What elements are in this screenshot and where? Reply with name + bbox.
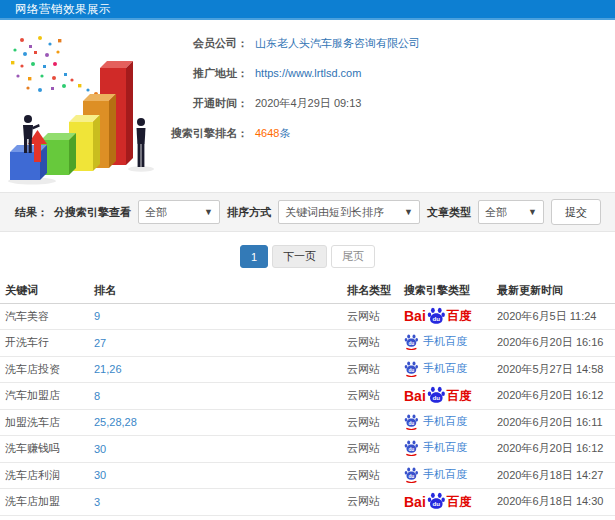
- engine-cell: Bai du 百度: [400, 303, 493, 330]
- engine-cell: du 手机百度: [400, 462, 493, 489]
- promo-url-label: 推广地址：: [168, 66, 248, 81]
- baidu-paw-icon: du: [427, 491, 446, 510]
- mobile-baidu-paw-icon: du: [404, 333, 419, 350]
- rank-type-cell: 云网站: [343, 436, 400, 463]
- updated-cell: 2020年6月18日 14:30: [493, 489, 615, 516]
- keyword-cell: 开洗车行: [0, 330, 90, 357]
- mobile-baidu-logo: du 手机百度: [404, 466, 467, 483]
- rank-cell: 3: [90, 489, 343, 516]
- baidu-logo: Bai du 百度: [404, 306, 472, 327]
- baidu-paw-icon: du: [427, 385, 446, 404]
- mobile-baidu-paw-icon: du: [404, 439, 419, 456]
- rank-type-cell: 云网站: [343, 462, 400, 489]
- mobile-baidu-paw-icon: du: [404, 360, 419, 377]
- confetti-dots: [11, 36, 114, 102]
- updated-cell: 2020年6月20日 16:11: [493, 409, 615, 436]
- rank-link[interactable]: 27: [94, 337, 106, 349]
- updated-cell: 2020年6月5日 11:24: [493, 303, 615, 330]
- last-page-button[interactable]: 尾页: [331, 245, 375, 268]
- table-header-row: 关键词 排名 排名类型 搜索引擎类型 最新更新时间: [0, 279, 615, 303]
- rank-link[interactable]: 25,28,28: [94, 416, 137, 428]
- keyword-cell: 洗车店利润: [0, 462, 90, 489]
- updated-cell: 2020年6月20日 16:16: [493, 330, 615, 357]
- company-label: 会员公司：: [168, 36, 248, 51]
- rank-type-cell: 云网站: [343, 356, 400, 383]
- rank-link[interactable]: 3: [94, 496, 100, 508]
- sort-label: 排序方式: [227, 205, 271, 220]
- keyword-cell: 汽车美容: [0, 303, 90, 330]
- table-row: 洗车店投资21,26云网站 du 手机百度2020年5月27日 14:58: [0, 356, 615, 383]
- info-row-url: 推广地址： https://www.lrtlsd.com: [168, 66, 420, 81]
- filter-bar: 结果： 分搜索引擎查看 全部 ▼ 排序方式 关键词由短到长排序 ▼ 文章类型 全…: [0, 192, 615, 232]
- submit-button[interactable]: 提交: [551, 199, 601, 225]
- mobile-baidu-paw-icon: du: [404, 466, 419, 483]
- rank-total-value: 4648条: [255, 126, 290, 141]
- mobile-baidu-logo: du 手机百度: [404, 439, 467, 456]
- results-label: 结果：: [15, 205, 48, 220]
- engine-filter-select[interactable]: 全部 ▼: [138, 200, 220, 224]
- article-type-value: 全部: [485, 205, 507, 220]
- page-1-button[interactable]: 1: [240, 245, 268, 268]
- info-row-open-time: 开通时间： 2020年4月29日 09:13: [168, 96, 420, 111]
- rank-cell: 30: [90, 436, 343, 463]
- col-rank-type: 排名类型: [343, 279, 400, 303]
- filter-controls: 分搜索引擎查看 全部 ▼ 排序方式 关键词由短到长排序 ▼ 文章类型 全部 ▼ …: [54, 199, 601, 225]
- table-row: 加盟洗车店25,28,28云网站 du 手机百度2020年6月20日 16:11: [0, 409, 615, 436]
- baidu-logo: Bai du 百度: [404, 385, 472, 406]
- info-row-rank-total: 搜索引擎排名： 4648条: [168, 126, 420, 141]
- chevron-down-icon: ▼: [398, 207, 413, 217]
- svg-text:du: du: [408, 447, 414, 452]
- table-row: 汽车美容9云网站 Bai du 百度2020年6月5日 11:24: [0, 303, 615, 330]
- rank-type-cell: 云网站: [343, 489, 400, 516]
- account-info: 会员公司： 山东老人头汽车服务咨询有限公司 推广地址： https://www.…: [168, 36, 420, 156]
- svg-text:du: du: [432, 394, 440, 401]
- rank-total-label: 搜索引擎排名：: [168, 126, 248, 141]
- page: 网络营销效果展示: [0, 0, 615, 520]
- rank-type-cell: 云网站: [343, 330, 400, 357]
- table-row: 洗车店利润30云网站 du 手机百度2020年6月18日 14:27: [0, 462, 615, 489]
- engine-cell: Bai du 百度: [400, 489, 493, 516]
- results-table-wrap: 关键词 排名 排名类型 搜索引擎类型 最新更新时间 汽车美容9云网站 Bai d…: [0, 279, 615, 516]
- article-type-label: 文章类型: [427, 205, 471, 220]
- company-link[interactable]: 山东老人头汽车服务咨询有限公司: [255, 36, 420, 51]
- svg-text:du: du: [408, 368, 414, 373]
- updated-cell: 2020年6月20日 16:12: [493, 383, 615, 410]
- svg-text:du: du: [408, 341, 414, 346]
- shadow: [128, 166, 154, 172]
- mobile-baidu-logo: du 手机百度: [404, 360, 467, 377]
- rank-cell: 9: [90, 303, 343, 330]
- page-title: 网络营销效果展示: [15, 2, 111, 17]
- rank-link[interactable]: 9: [94, 310, 100, 322]
- chevron-down-icon: ▼: [522, 207, 537, 217]
- rank-type-cell: 云网站: [343, 409, 400, 436]
- rank-cell: 8: [90, 383, 343, 410]
- sort-select[interactable]: 关键词由短到长排序 ▼: [278, 200, 420, 224]
- table-body: 汽车美容9云网站 Bai du 百度2020年6月5日 11:24开洗车行27云…: [0, 303, 615, 515]
- rank-link[interactable]: 21,26: [94, 363, 122, 375]
- engine-filter-label: 分搜索引擎查看: [54, 205, 131, 220]
- article-type-select[interactable]: 全部 ▼: [478, 200, 544, 224]
- col-keyword: 关键词: [0, 279, 90, 303]
- promo-url-link[interactable]: https://www.lrtlsd.com: [255, 67, 361, 79]
- sort-value: 关键词由短到长排序: [285, 205, 384, 220]
- rank-type-cell: 云网站: [343, 383, 400, 410]
- mobile-baidu-paw-icon: du: [404, 413, 419, 430]
- pagination: 1 下一页 尾页: [0, 245, 615, 268]
- rank-link[interactable]: 8: [94, 390, 100, 402]
- svg-text:du: du: [432, 315, 440, 322]
- next-page-button[interactable]: 下一页: [272, 245, 327, 268]
- table-row: 汽车加盟店8云网站 Bai du 百度2020年6月20日 16:12: [0, 383, 615, 410]
- rank-cell: 25,28,28: [90, 409, 343, 436]
- engine-cell: du 手机百度: [400, 330, 493, 357]
- keyword-cell: 洗车赚钱吗: [0, 436, 90, 463]
- mobile-baidu-logo: du 手机百度: [404, 333, 467, 350]
- svg-text:du: du: [408, 421, 414, 426]
- rank-cell: 27: [90, 330, 343, 357]
- rank-cell: 30: [90, 462, 343, 489]
- open-time-label: 开通时间：: [168, 96, 248, 111]
- rank-link[interactable]: 30: [94, 469, 106, 481]
- keyword-cell: 洗车店加盟: [0, 489, 90, 516]
- rank-type-cell: 云网站: [343, 303, 400, 330]
- rank-link[interactable]: 30: [94, 443, 106, 455]
- keyword-cell: 洗车店投资: [0, 356, 90, 383]
